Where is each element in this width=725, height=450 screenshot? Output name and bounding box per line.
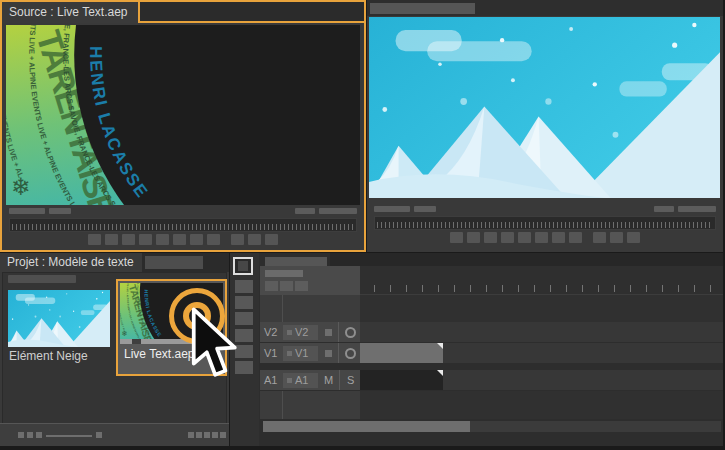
find-icon[interactable] (196, 432, 202, 438)
video-clip-v1[interactable] (360, 343, 443, 363)
divider (338, 322, 339, 342)
nest-toggle-icon[interactable] (265, 281, 278, 291)
transport-button[interactable] (88, 234, 101, 245)
source-tab-bar-spacer (140, 2, 364, 23)
sync-lock-icon[interactable] (287, 351, 292, 356)
source-time-ruler[interactable] (9, 218, 357, 232)
program-tab-placeholder[interactable] (370, 3, 475, 14)
program-monitor-panel (367, 0, 723, 252)
transport-button[interactable] (552, 232, 565, 243)
transport-button[interactable] (190, 234, 203, 245)
transport-button[interactable] (231, 234, 244, 245)
transport-button[interactable] (569, 232, 582, 243)
new-item-icon[interactable] (212, 432, 218, 438)
delete-icon[interactable] (220, 432, 226, 438)
track-name-a1: A1 (295, 374, 308, 386)
duration-placeholder (678, 206, 716, 212)
track-target-a1[interactable]: A1 (264, 374, 283, 386)
track-name-v1: V1 (295, 347, 308, 359)
list-view-icon[interactable] (18, 432, 24, 438)
mouse-cursor-icon (190, 306, 246, 380)
transport-button[interactable] (610, 232, 623, 243)
timecode-placeholder (9, 208, 45, 214)
freeform-view-icon[interactable] (36, 432, 42, 438)
item-label-live-text[interactable]: Live Text.aep (124, 347, 195, 361)
zoom-slider[interactable] (46, 435, 92, 437)
source-monitor-panel: Source : Live Text.aep (0, 0, 366, 252)
transport-button[interactable] (501, 232, 514, 243)
zoom-slider-handle[interactable] (96, 432, 102, 438)
track-lock-icon[interactable] (325, 350, 332, 357)
track-header-v2[interactable]: V2 V2 (260, 322, 360, 342)
transport-button[interactable] (207, 234, 220, 245)
transport-button[interactable] (105, 234, 118, 245)
play-button[interactable] (173, 234, 186, 245)
scrubber-handle[interactable] (132, 339, 141, 344)
sync-lock-icon[interactable] (287, 378, 292, 383)
live-text-artwork (6, 25, 360, 205)
track-lane-v2[interactable] (360, 322, 723, 342)
timeline-settings-icon[interactable] (295, 281, 308, 291)
track-header-empty (260, 391, 360, 419)
tab-source-live-text[interactable]: Source : Live Text.aep (2, 2, 140, 23)
fit-menu-placeholder[interactable] (49, 208, 71, 214)
transport-button[interactable] (593, 232, 606, 243)
project-item-element-neige[interactable] (8, 290, 110, 347)
timeline-tab-bar-spacer (330, 253, 723, 266)
timeline-ruler[interactable] (360, 266, 723, 295)
transport-button[interactable] (139, 234, 152, 245)
track-target-v1[interactable]: V1 (264, 347, 283, 359)
icon-view-icon[interactable] (27, 432, 33, 438)
transport-button[interactable] (484, 232, 497, 243)
transport-button[interactable] (248, 234, 261, 245)
mute-track-button[interactable]: M (324, 374, 333, 386)
selection-tool-active[interactable] (233, 257, 253, 275)
track-lock-group-v1[interactable]: V1 (283, 346, 318, 361)
track-lock-icon[interactable] (325, 329, 332, 336)
track-lock-group-a1[interactable]: A1 (283, 373, 318, 388)
audio-clip-a1[interactable] (360, 370, 443, 390)
transport-button[interactable] (627, 232, 640, 243)
tab-projet-modele-de-texte[interactable]: Projet : Modèle de texte (0, 253, 142, 272)
program-viewer[interactable] (369, 17, 720, 198)
source-transport-controls (2, 234, 364, 245)
track-select-tool[interactable] (235, 280, 253, 293)
search-input-placeholder[interactable] (8, 275, 76, 283)
project-tab-placeholder[interactable] (145, 256, 203, 269)
snap-toggle-icon[interactable] (280, 281, 293, 291)
divider (339, 370, 340, 390)
transport-button[interactable] (518, 232, 531, 243)
sync-lock-icon[interactable] (287, 330, 292, 335)
play-button[interactable] (535, 232, 548, 243)
track-header-a1[interactable]: A1 A1 M S (260, 370, 360, 390)
timeline-scrollbar[interactable] (263, 421, 721, 432)
toggle-track-output-icon[interactable] (345, 327, 356, 338)
track-lock-group-v2[interactable]: V2 (283, 325, 318, 340)
project-tab-bar: Projet : Modèle de texte (0, 253, 229, 272)
track-target-v2[interactable]: V2 (264, 326, 283, 338)
track-header-v1[interactable]: V1 V1 (260, 343, 360, 363)
sequence-timecode-placeholder (265, 270, 303, 277)
source-tab-bar: Source : Live Text.aep (2, 2, 364, 23)
fit-menu-placeholder[interactable] (414, 206, 436, 212)
source-viewer[interactable] (6, 25, 360, 205)
duration-placeholder (654, 206, 674, 212)
automate-icon[interactable] (188, 432, 194, 438)
toggle-track-output-icon[interactable] (345, 348, 356, 359)
timeline-scrollbar-thumb[interactable] (263, 421, 470, 432)
program-info-bar (374, 205, 716, 213)
transport-button[interactable] (467, 232, 480, 243)
transport-button[interactable] (265, 234, 278, 245)
new-bin-icon[interactable] (204, 432, 210, 438)
item-label-element-neige[interactable]: Elément Neige (9, 349, 88, 363)
track-lane-empty (360, 391, 723, 419)
track-lane-empty (360, 295, 723, 322)
premiere-workspace: Source : Live Text.aep (0, 0, 725, 450)
transport-button[interactable] (156, 234, 169, 245)
track-name-v2: V2 (295, 326, 308, 338)
program-time-ruler[interactable] (374, 216, 716, 230)
transport-button[interactable] (450, 232, 463, 243)
transport-button[interactable] (122, 234, 135, 245)
solo-track-button[interactable]: S (347, 374, 354, 386)
project-status-bar (0, 423, 229, 446)
